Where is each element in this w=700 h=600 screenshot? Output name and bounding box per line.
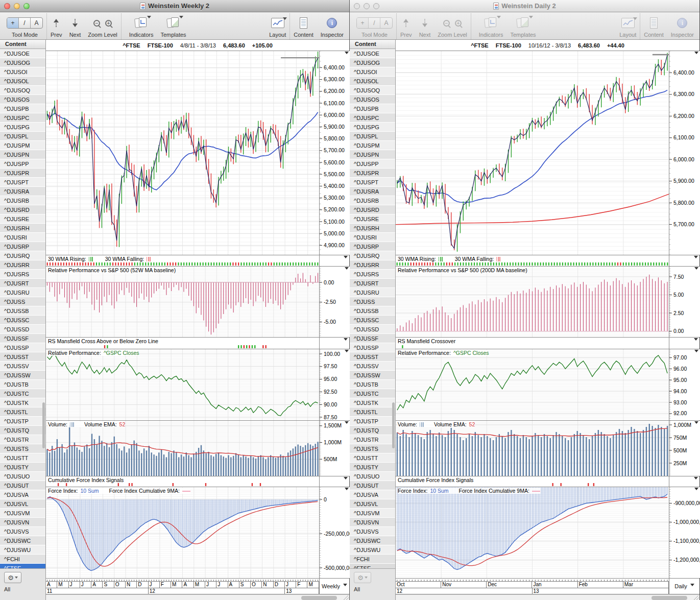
ticker-item[interactable]: ^DJUSPP (350, 159, 395, 169)
gspc-plot[interactable] (46, 349, 319, 420)
ticker-item[interactable]: ^DJUSUT (0, 481, 45, 490)
ticker-item[interactable]: ^DJUSOQ (0, 86, 45, 95)
scrollbar-thumb[interactable] (651, 596, 687, 600)
ticker-item[interactable]: ^DJUSTR (0, 435, 45, 444)
ticker-item[interactable]: ^DJUSTS (0, 444, 45, 453)
ticker-item[interactable]: ^DJUSVN (0, 518, 45, 527)
ticker-item[interactable]: ^DJUSTK (0, 398, 45, 407)
ticker-item[interactable]: ^DJUSOS (0, 95, 45, 104)
ticker-item[interactable]: ^DJUSRT (0, 279, 45, 288)
ticker-item[interactable]: ^DJUSTT (350, 453, 395, 463)
ticker-item[interactable]: ^DJUSPM (350, 141, 395, 150)
ticker-item[interactable]: ^DJUSVA (350, 490, 395, 499)
resize-grip[interactable] (693, 595, 699, 600)
ticker-item[interactable]: ^DJUSPL (350, 132, 395, 141)
panel-menu-button[interactable] (345, 350, 349, 352)
zoom-button[interactable] (23, 3, 30, 9)
panel-menu-button[interactable] (345, 488, 349, 490)
panel-menu-button[interactable] (344, 256, 348, 258)
ticker-item[interactable]: ^DJUSUO (0, 472, 45, 481)
text-tool-button[interactable]: A (380, 18, 392, 28)
layout-button[interactable] (271, 18, 284, 28)
ticker-item[interactable]: ^DJUSS (350, 297, 395, 306)
ticker-item[interactable]: ^DJUSSF (350, 334, 395, 343)
ticker-item[interactable]: ^DJUSOQ (350, 86, 395, 95)
ticker-item[interactable]: ^DJUSTB (350, 380, 395, 389)
volume-plot[interactable] (46, 421, 319, 476)
minimize-button[interactable] (14, 3, 20, 9)
ticker-item[interactable]: ^DJUSOL (350, 77, 395, 86)
ticker-item[interactable]: ^DJUSRP (0, 242, 45, 251)
ticker-item[interactable]: ^DJUSTL (350, 407, 395, 417)
ticker-item[interactable]: ^DJUSRU (350, 288, 395, 297)
ticker-item[interactable]: ^DJUSTB (0, 380, 45, 389)
ticker-item[interactable]: ^DJUSOI (0, 67, 45, 77)
resize-grip[interactable] (343, 595, 349, 600)
ticker-item[interactable]: ^DJUSWU (350, 545, 395, 555)
close-button[interactable] (354, 3, 360, 9)
ticker-item[interactable]: ^DJUSRI (350, 233, 395, 242)
ticker-item[interactable]: ^DJUSPG (0, 123, 45, 132)
ticker-item[interactable]: ^DJUSSV (0, 362, 45, 371)
indicators-button[interactable] (135, 17, 148, 29)
ticker-item[interactable]: ^DJUSVL (350, 499, 395, 509)
zoom-in-icon[interactable]: + (105, 20, 112, 27)
ticker-item[interactable]: ^DJUSRS (350, 270, 395, 279)
ticker-item[interactable]: ^DJUSRU (0, 288, 45, 297)
ticker-item[interactable]: ^DJUSOL (0, 77, 45, 86)
action-gear-button[interactable]: ⚙ (4, 572, 21, 583)
ticker-item[interactable]: ^DJUSRR (350, 260, 395, 270)
volume-plot[interactable] (396, 421, 669, 476)
ticker-item[interactable]: ^DJUSTP (350, 417, 395, 426)
panel-menu-button[interactable] (344, 338, 348, 341)
ticker-item[interactable]: ^DJUSST (350, 352, 395, 362)
ticker-item[interactable]: ^DJUSPG (350, 123, 395, 132)
ticker-item[interactable]: ^DJUSTC (0, 389, 45, 398)
ticker-item[interactable]: ^DJUSVM (350, 509, 395, 518)
panel-menu-button[interactable] (694, 267, 698, 270)
ticker-item[interactable]: ^DJUSTR (350, 435, 395, 444)
ticker-item[interactable]: ^DJUSRH (0, 224, 45, 233)
inspector-button[interactable]: i (327, 18, 337, 28)
ticker-item[interactable]: ^DJUSPR (350, 169, 395, 178)
templates-button[interactable] (517, 17, 530, 29)
ticker-item[interactable]: ^FCHI (0, 555, 45, 564)
ticker-item[interactable]: ^DJUSWU (0, 545, 45, 555)
relperf-plot[interactable] (46, 267, 319, 337)
ticker-item[interactable]: ^DJUSSP (350, 343, 395, 352)
ticker-item[interactable]: ^DJUSTT (0, 453, 45, 463)
ticker-item[interactable]: ^DJUSVS (0, 527, 45, 536)
ticker-item[interactable]: ^FCHI (350, 555, 395, 564)
ticker-item[interactable]: ^DJUSSP (0, 343, 45, 352)
titlebar[interactable]: Weinstein Daily 2 (350, 0, 699, 12)
ticker-item[interactable]: ^DJUSSW (350, 371, 395, 380)
zoom-in-icon[interactable]: + (455, 20, 462, 27)
ticker-item[interactable]: ^DJUSRE (350, 214, 395, 224)
zoom-button[interactable] (373, 3, 379, 9)
ticker-item[interactable]: ^DJUSPB (0, 104, 45, 113)
next-button[interactable] (422, 19, 427, 27)
gspc-plot[interactable] (396, 349, 669, 420)
panel-menu-button[interactable] (694, 488, 698, 490)
ticker-item[interactable]: ^DJUSSC (0, 316, 45, 325)
panel-menu-button[interactable] (345, 52, 349, 54)
ticker-item[interactable]: ^DJUSTP (0, 417, 45, 426)
ticker-item[interactable]: ^DJUSPP (0, 159, 45, 169)
text-tool-button[interactable]: A (31, 18, 42, 28)
panel-menu-button[interactable] (345, 267, 349, 270)
ticker-item[interactable]: ^DJUSOI (350, 67, 395, 77)
ticker-item[interactable]: ^DJUSRA (350, 187, 395, 196)
ticker-item[interactable]: ^DJUSRE (0, 214, 45, 224)
close-button[interactable] (4, 3, 10, 9)
sidebar-scrollbar[interactable] (42, 49, 45, 568)
ticker-item[interactable]: ^DJUSRQ (350, 251, 395, 260)
ticker-item[interactable]: ^DJUSOS (350, 95, 395, 104)
scrollbar-thumb[interactable] (42, 402, 45, 448)
panel-menu-button[interactable] (345, 421, 349, 424)
ticker-item[interactable]: ^DJUSRD (0, 205, 45, 214)
ticker-item[interactable]: ^DJUSPC (350, 113, 395, 123)
horizontal-scrollbar[interactable] (396, 594, 699, 600)
ticker-item[interactable]: ^DJUSPM (0, 141, 45, 150)
ticker-item[interactable]: ^DJUSTY (0, 463, 45, 472)
ticker-item[interactable]: ^DJUSSB (0, 306, 45, 316)
